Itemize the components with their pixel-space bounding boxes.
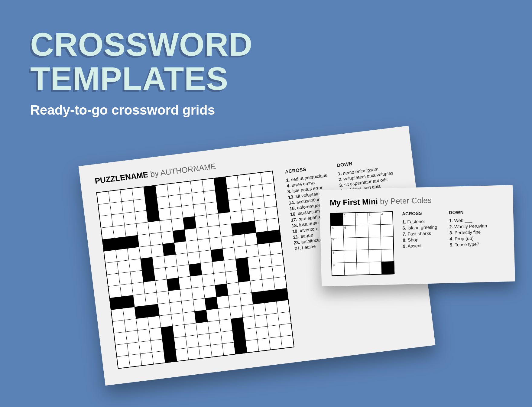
grid-cell (148, 221, 161, 233)
grid-cell (271, 253, 284, 266)
grid-cell (259, 255, 272, 267)
grid-cell (158, 208, 171, 220)
grid-cell (267, 218, 279, 231)
grid-cell (242, 209, 255, 222)
grid-cell (134, 199, 146, 212)
cell-number: 2 (356, 213, 358, 217)
grid-cell (198, 239, 210, 251)
grid-cell (116, 249, 128, 261)
grid-cell (190, 180, 203, 193)
template-card-mini: My First Mini by Peter Coles 123456789 A… (319, 185, 515, 287)
grid-cell (129, 259, 142, 272)
clue-text: Prop (up) (453, 236, 474, 241)
grid-cell: 2 (355, 213, 368, 225)
grid-cell (193, 298, 206, 311)
grid-cell (253, 303, 266, 316)
mini-down-heading: DOWN (449, 209, 487, 215)
grid-cell (127, 342, 140, 355)
grid-cell: 9 (332, 263, 344, 275)
grid-cell (239, 186, 251, 199)
grid-cell (261, 266, 273, 279)
grid-cell (268, 230, 281, 243)
grid-cell (170, 301, 183, 314)
grid-cell (138, 329, 150, 342)
grid-cell (205, 297, 218, 310)
mini-down-col: DOWN 1. Web ___2. Woolly Peruvian3. Perf… (449, 209, 488, 273)
grid-cell (151, 339, 164, 352)
grid-cell (222, 342, 235, 355)
grid-cell (277, 300, 289, 313)
grid-cell (155, 279, 168, 292)
grid-cell (269, 337, 282, 349)
grid-cell (249, 268, 261, 281)
grid-cell (272, 265, 285, 278)
grid-cell (114, 237, 127, 249)
grid-cell (266, 313, 279, 326)
grid-cell (174, 241, 187, 254)
clue-number: 17. (290, 217, 297, 223)
grid-cell (184, 323, 197, 336)
grid-cell (233, 329, 245, 342)
grid-cell (217, 296, 229, 308)
grid-cell (208, 225, 221, 238)
grid-cell (120, 189, 133, 201)
grid-cell (113, 225, 126, 238)
clue-number: 8. (403, 237, 407, 243)
grid-cell (125, 224, 137, 236)
grid-cell (135, 306, 148, 318)
grid-cell (167, 183, 180, 196)
grid-cell (255, 315, 267, 327)
grid-cell: 5 (331, 226, 343, 238)
grid-cell: 7 (331, 238, 344, 250)
grid-cell (344, 262, 357, 275)
grid-cell (211, 249, 224, 262)
clue-text: Fastener (406, 219, 425, 224)
grid-cell (381, 262, 394, 274)
grid-cell (242, 304, 254, 317)
grid-cell (344, 250, 356, 262)
grid-cell (230, 306, 242, 319)
grid-cell (274, 277, 286, 289)
grid-cell (220, 224, 232, 237)
grid-cell (122, 295, 134, 308)
grid-cell (160, 220, 173, 232)
grid-cell (198, 334, 210, 346)
grid-cell (243, 221, 256, 234)
clue-item: 2. Woolly Peruvian (449, 223, 487, 229)
grid-cell (262, 183, 275, 196)
clue-number: 7. (403, 231, 407, 236)
grid-cell (186, 240, 199, 253)
grid-cell (182, 205, 194, 217)
grid-cell (356, 237, 368, 250)
large-puzzle-name: PUZZLENAME (94, 170, 149, 185)
grid-cell (233, 234, 245, 247)
grid-cell (157, 196, 170, 209)
clue-item: 6. Island greeting (402, 224, 437, 230)
cell-number: 3 (369, 213, 371, 216)
grid-cell (218, 212, 231, 225)
grid-cell (177, 265, 190, 278)
grid-cell (107, 273, 120, 286)
grid-cell (202, 179, 215, 191)
clue-text: Woolly Peruvian (453, 223, 487, 229)
grid-cell (258, 243, 270, 256)
grid-cell (196, 322, 209, 335)
grid-cell (192, 287, 205, 299)
grid-cell (123, 212, 136, 225)
grid-cell (114, 332, 127, 345)
grid-cell (122, 200, 135, 213)
grid-cell (240, 198, 253, 210)
mini-crossword-grid: 123456789 (330, 211, 394, 276)
grid-cell (258, 338, 270, 351)
grid-cell (147, 209, 159, 222)
grid-cell (125, 319, 137, 331)
grid-cell (160, 314, 172, 327)
grid-cell (244, 328, 257, 340)
grid-cell (215, 284, 228, 297)
grid-cell (356, 250, 369, 262)
clue-number: 1. (449, 218, 453, 223)
clue-number: 3. (449, 230, 453, 235)
grid-cell (104, 250, 117, 263)
grid-cell (163, 243, 175, 256)
grid-cell (168, 290, 181, 302)
